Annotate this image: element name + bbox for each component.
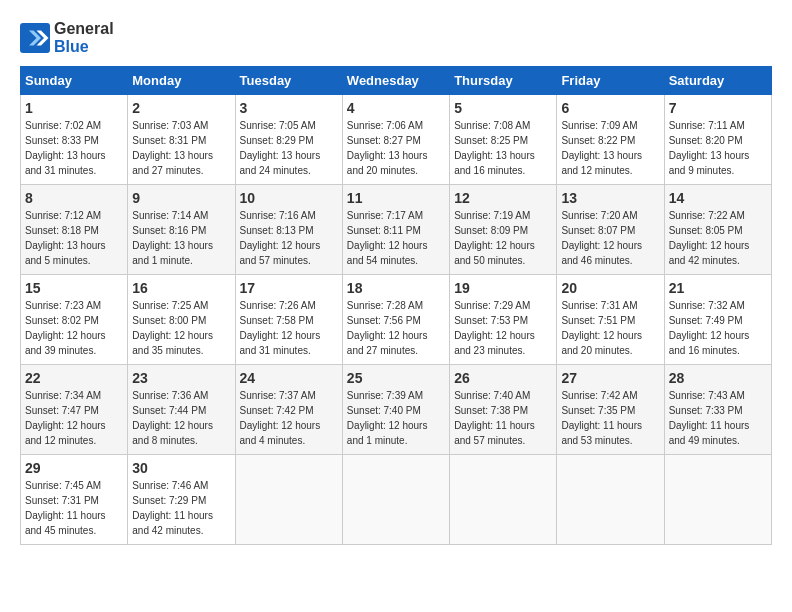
day-cell-2: 2 Sunrise: 7:03 AM Sunset: 8:31 PM Dayli… <box>128 95 235 185</box>
day-number: 28 <box>669 370 767 386</box>
day-cell-25: 25 Sunrise: 7:39 AM Sunset: 7:40 PM Dayl… <box>342 365 449 455</box>
calendar-table: SundayMondayTuesdayWednesdayThursdayFrid… <box>20 66 772 545</box>
logo-icon <box>20 23 50 53</box>
day-info: Sunrise: 7:37 AM Sunset: 7:42 PM Dayligh… <box>240 388 338 448</box>
day-number: 9 <box>132 190 230 206</box>
day-number: 17 <box>240 280 338 296</box>
header-day-monday: Monday <box>128 67 235 95</box>
calendar-header-row: SundayMondayTuesdayWednesdayThursdayFrid… <box>21 67 772 95</box>
day-cell-22: 22 Sunrise: 7:34 AM Sunset: 7:47 PM Dayl… <box>21 365 128 455</box>
day-info: Sunrise: 7:42 AM Sunset: 7:35 PM Dayligh… <box>561 388 659 448</box>
day-cell-17: 17 Sunrise: 7:26 AM Sunset: 7:58 PM Dayl… <box>235 275 342 365</box>
day-cell-26: 26 Sunrise: 7:40 AM Sunset: 7:38 PM Dayl… <box>450 365 557 455</box>
day-number: 20 <box>561 280 659 296</box>
day-cell-6: 6 Sunrise: 7:09 AM Sunset: 8:22 PM Dayli… <box>557 95 664 185</box>
day-cell-20: 20 Sunrise: 7:31 AM Sunset: 7:51 PM Dayl… <box>557 275 664 365</box>
empty-cell <box>450 455 557 545</box>
day-info: Sunrise: 7:05 AM Sunset: 8:29 PM Dayligh… <box>240 118 338 178</box>
day-info: Sunrise: 7:06 AM Sunset: 8:27 PM Dayligh… <box>347 118 445 178</box>
day-cell-1: 1 Sunrise: 7:02 AM Sunset: 8:33 PM Dayli… <box>21 95 128 185</box>
day-info: Sunrise: 7:40 AM Sunset: 7:38 PM Dayligh… <box>454 388 552 448</box>
day-number: 11 <box>347 190 445 206</box>
day-info: Sunrise: 7:02 AM Sunset: 8:33 PM Dayligh… <box>25 118 123 178</box>
header-day-tuesday: Tuesday <box>235 67 342 95</box>
day-cell-14: 14 Sunrise: 7:22 AM Sunset: 8:05 PM Dayl… <box>664 185 771 275</box>
calendar-week-3: 15 Sunrise: 7:23 AM Sunset: 8:02 PM Dayl… <box>21 275 772 365</box>
day-info: Sunrise: 7:14 AM Sunset: 8:16 PM Dayligh… <box>132 208 230 268</box>
day-cell-4: 4 Sunrise: 7:06 AM Sunset: 8:27 PM Dayli… <box>342 95 449 185</box>
day-cell-19: 19 Sunrise: 7:29 AM Sunset: 7:53 PM Dayl… <box>450 275 557 365</box>
header-day-saturday: Saturday <box>664 67 771 95</box>
day-info: Sunrise: 7:23 AM Sunset: 8:02 PM Dayligh… <box>25 298 123 358</box>
day-cell-21: 21 Sunrise: 7:32 AM Sunset: 7:49 PM Dayl… <box>664 275 771 365</box>
day-info: Sunrise: 7:11 AM Sunset: 8:20 PM Dayligh… <box>669 118 767 178</box>
day-info: Sunrise: 7:31 AM Sunset: 7:51 PM Dayligh… <box>561 298 659 358</box>
day-info: Sunrise: 7:03 AM Sunset: 8:31 PM Dayligh… <box>132 118 230 178</box>
day-cell-15: 15 Sunrise: 7:23 AM Sunset: 8:02 PM Dayl… <box>21 275 128 365</box>
day-info: Sunrise: 7:46 AM Sunset: 7:29 PM Dayligh… <box>132 478 230 538</box>
day-number: 3 <box>240 100 338 116</box>
day-info: Sunrise: 7:09 AM Sunset: 8:22 PM Dayligh… <box>561 118 659 178</box>
day-cell-13: 13 Sunrise: 7:20 AM Sunset: 8:07 PM Dayl… <box>557 185 664 275</box>
day-cell-24: 24 Sunrise: 7:37 AM Sunset: 7:42 PM Dayl… <box>235 365 342 455</box>
day-number: 24 <box>240 370 338 386</box>
day-number: 10 <box>240 190 338 206</box>
header-day-wednesday: Wednesday <box>342 67 449 95</box>
day-number: 29 <box>25 460 123 476</box>
day-cell-18: 18 Sunrise: 7:28 AM Sunset: 7:56 PM Dayl… <box>342 275 449 365</box>
day-cell-16: 16 Sunrise: 7:25 AM Sunset: 8:00 PM Dayl… <box>128 275 235 365</box>
calendar-week-2: 8 Sunrise: 7:12 AM Sunset: 8:18 PM Dayli… <box>21 185 772 275</box>
day-number: 30 <box>132 460 230 476</box>
day-info: Sunrise: 7:32 AM Sunset: 7:49 PM Dayligh… <box>669 298 767 358</box>
day-number: 7 <box>669 100 767 116</box>
day-cell-11: 11 Sunrise: 7:17 AM Sunset: 8:11 PM Dayl… <box>342 185 449 275</box>
day-info: Sunrise: 7:26 AM Sunset: 7:58 PM Dayligh… <box>240 298 338 358</box>
day-number: 26 <box>454 370 552 386</box>
day-cell-23: 23 Sunrise: 7:36 AM Sunset: 7:44 PM Dayl… <box>128 365 235 455</box>
day-cell-7: 7 Sunrise: 7:11 AM Sunset: 8:20 PM Dayli… <box>664 95 771 185</box>
day-cell-5: 5 Sunrise: 7:08 AM Sunset: 8:25 PM Dayli… <box>450 95 557 185</box>
day-number: 13 <box>561 190 659 206</box>
day-info: Sunrise: 7:16 AM Sunset: 8:13 PM Dayligh… <box>240 208 338 268</box>
header-day-friday: Friday <box>557 67 664 95</box>
day-cell-29: 29 Sunrise: 7:45 AM Sunset: 7:31 PM Dayl… <box>21 455 128 545</box>
day-number: 12 <box>454 190 552 206</box>
day-info: Sunrise: 7:36 AM Sunset: 7:44 PM Dayligh… <box>132 388 230 448</box>
day-number: 21 <box>669 280 767 296</box>
day-info: Sunrise: 7:28 AM Sunset: 7:56 PM Dayligh… <box>347 298 445 358</box>
day-number: 2 <box>132 100 230 116</box>
day-number: 25 <box>347 370 445 386</box>
day-info: Sunrise: 7:45 AM Sunset: 7:31 PM Dayligh… <box>25 478 123 538</box>
day-cell-28: 28 Sunrise: 7:43 AM Sunset: 7:33 PM Dayl… <box>664 365 771 455</box>
day-number: 19 <box>454 280 552 296</box>
day-info: Sunrise: 7:39 AM Sunset: 7:40 PM Dayligh… <box>347 388 445 448</box>
calendar-week-4: 22 Sunrise: 7:34 AM Sunset: 7:47 PM Dayl… <box>21 365 772 455</box>
day-cell-27: 27 Sunrise: 7:42 AM Sunset: 7:35 PM Dayl… <box>557 365 664 455</box>
day-number: 16 <box>132 280 230 296</box>
day-cell-9: 9 Sunrise: 7:14 AM Sunset: 8:16 PM Dayli… <box>128 185 235 275</box>
day-info: Sunrise: 7:22 AM Sunset: 8:05 PM Dayligh… <box>669 208 767 268</box>
day-number: 15 <box>25 280 123 296</box>
header-day-sunday: Sunday <box>21 67 128 95</box>
empty-cell <box>342 455 449 545</box>
day-info: Sunrise: 7:19 AM Sunset: 8:09 PM Dayligh… <box>454 208 552 268</box>
calendar-week-1: 1 Sunrise: 7:02 AM Sunset: 8:33 PM Dayli… <box>21 95 772 185</box>
day-info: Sunrise: 7:17 AM Sunset: 8:11 PM Dayligh… <box>347 208 445 268</box>
calendar-body: 1 Sunrise: 7:02 AM Sunset: 8:33 PM Dayli… <box>21 95 772 545</box>
calendar-week-5: 29 Sunrise: 7:45 AM Sunset: 7:31 PM Dayl… <box>21 455 772 545</box>
logo: General Blue <box>20 20 114 56</box>
logo-text: General Blue <box>54 20 114 56</box>
day-number: 8 <box>25 190 123 206</box>
day-number: 22 <box>25 370 123 386</box>
empty-cell <box>235 455 342 545</box>
day-number: 6 <box>561 100 659 116</box>
day-number: 18 <box>347 280 445 296</box>
day-info: Sunrise: 7:12 AM Sunset: 8:18 PM Dayligh… <box>25 208 123 268</box>
day-info: Sunrise: 7:34 AM Sunset: 7:47 PM Dayligh… <box>25 388 123 448</box>
day-info: Sunrise: 7:20 AM Sunset: 8:07 PM Dayligh… <box>561 208 659 268</box>
day-number: 1 <box>25 100 123 116</box>
day-cell-10: 10 Sunrise: 7:16 AM Sunset: 8:13 PM Dayl… <box>235 185 342 275</box>
day-cell-8: 8 Sunrise: 7:12 AM Sunset: 8:18 PM Dayli… <box>21 185 128 275</box>
page-header: General Blue <box>20 20 772 56</box>
day-info: Sunrise: 7:08 AM Sunset: 8:25 PM Dayligh… <box>454 118 552 178</box>
